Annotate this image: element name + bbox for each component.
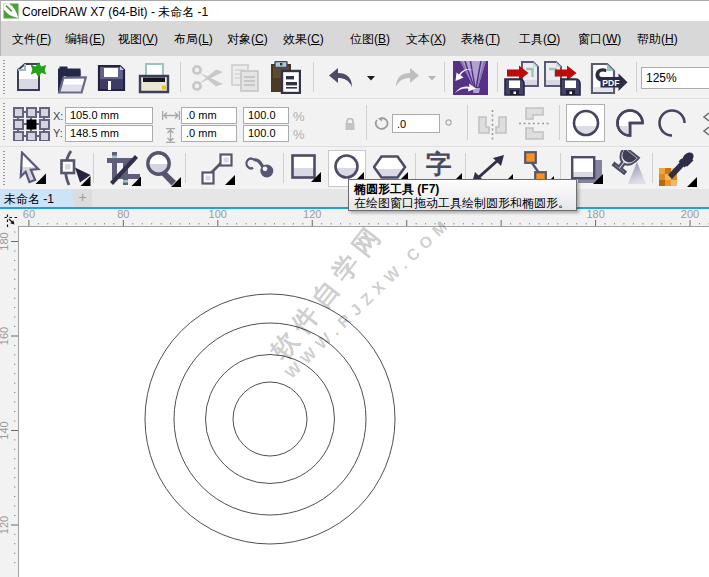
svg-text:180: 180 [586, 209, 604, 220]
svg-text:140: 140 [0, 421, 10, 439]
svg-text:80: 80 [117, 209, 129, 220]
svg-text:120: 120 [0, 516, 10, 534]
svg-text:100: 100 [209, 209, 227, 220]
svg-text:180: 180 [0, 232, 10, 250]
svg-text:200: 200 [681, 209, 699, 220]
svg-text:160: 160 [0, 327, 10, 345]
svg-text:60: 60 [23, 209, 35, 220]
svg-text:120: 120 [303, 209, 321, 220]
svg-text:PDF: PDF [602, 78, 619, 88]
